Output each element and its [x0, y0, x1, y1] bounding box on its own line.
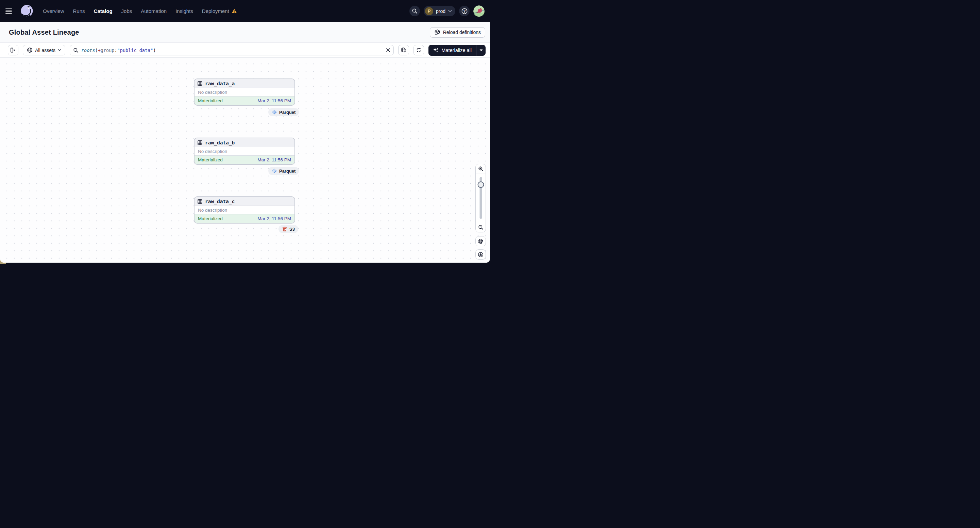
- materialization-timestamp[interactable]: Mar 2, 11:56 PM: [258, 157, 291, 162]
- materialization-timestamp[interactable]: Mar 2, 11:56 PM: [258, 98, 291, 103]
- zoom-in-button[interactable]: [476, 164, 485, 174]
- asset-node-raw-data-c[interactable]: raw_data_c No description Materialized M…: [194, 197, 295, 224]
- query-value: "public_data": [117, 48, 153, 53]
- nav-item-catalog[interactable]: Catalog: [94, 8, 113, 14]
- query-operator: +: [98, 48, 101, 53]
- graph-settings-button[interactable]: [476, 236, 486, 246]
- help-icon: ?: [461, 8, 468, 14]
- materialize-all-button[interactable]: Materialize all: [428, 45, 476, 56]
- materialize-options-button[interactable]: [476, 45, 485, 56]
- nav-item-runs[interactable]: Runs: [73, 8, 85, 14]
- table-icon: [197, 199, 202, 204]
- navbar-right: P prod ?: [409, 5, 485, 17]
- query-colon: :: [114, 48, 117, 53]
- asset-node-raw-data-a[interactable]: raw_data_a No description Materialized M…: [194, 78, 295, 106]
- asset-status-row: Materialized Mar 2, 11:56 PM: [194, 155, 294, 164]
- selection-query[interactable]: roots(+group:"public_data"): [81, 48, 383, 53]
- asset-node-header: raw_data_a: [194, 79, 294, 88]
- asset-description: No description: [194, 147, 294, 155]
- asset-name: raw_data_b: [205, 140, 235, 146]
- lineage-toolbar: All assets roots(+group:"public_data"): [0, 43, 490, 58]
- kind-tag-s3[interactable]: S3: [278, 225, 298, 233]
- reload-definitions-button[interactable]: Reload definitions: [430, 27, 485, 38]
- svg-text:?: ?: [463, 9, 465, 13]
- asset-node-header: raw_data_c: [194, 197, 294, 206]
- materialize-all-label: Materialize all: [441, 48, 472, 53]
- materialize-all-group: Materialize all: [428, 45, 485, 56]
- zoom-out-icon: [478, 225, 484, 230]
- env-badge: P: [425, 7, 433, 15]
- kind-tag-label: S3: [290, 227, 295, 232]
- globe-icon: [27, 47, 33, 53]
- search-button[interactable]: [409, 6, 420, 16]
- asset-status-row: Materialized Mar 2, 11:56 PM: [194, 97, 294, 105]
- chevron-down-icon: [448, 10, 452, 12]
- status-badge: Materialized: [198, 98, 223, 103]
- asset-node-header: raw_data_b: [194, 138, 294, 147]
- nav-item-automation[interactable]: Automation: [141, 8, 167, 14]
- page-title: Global Asset Lineage: [9, 29, 79, 36]
- table-icon: [197, 140, 202, 145]
- refresh-button[interactable]: [414, 45, 424, 55]
- status-badge: Materialized: [198, 216, 223, 221]
- search-icon: [73, 48, 78, 53]
- expand-scope-button[interactable]: [398, 45, 409, 55]
- parquet-icon: [272, 109, 277, 115]
- sparkles-icon: [433, 47, 439, 53]
- panel-expand-icon: [10, 47, 16, 53]
- globe-plus-icon: [401, 47, 407, 53]
- nav-item-jobs[interactable]: Jobs: [121, 8, 132, 14]
- asset-name: raw_data_c: [205, 199, 235, 204]
- search-icon: [412, 8, 418, 14]
- kind-tag-label: Parquet: [279, 110, 296, 115]
- query-key: group: [101, 48, 115, 53]
- asset-name: raw_data_a: [205, 81, 235, 86]
- asset-filter-dropdown[interactable]: All assets: [23, 45, 65, 55]
- asset-node-raw-data-b[interactable]: raw_data_b No description Materialized M…: [194, 138, 295, 165]
- parquet-icon: [272, 168, 277, 174]
- zoom-slider[interactable]: [476, 174, 485, 222]
- help-button[interactable]: ?: [459, 6, 469, 16]
- asset-description: No description: [194, 88, 294, 97]
- dagster-logo[interactable]: [20, 4, 34, 18]
- query-paren-close: ): [153, 48, 156, 53]
- zoom-slider-thumb[interactable]: [477, 181, 484, 188]
- download-image-button[interactable]: [476, 249, 486, 260]
- nav-item-overview[interactable]: Overview: [43, 8, 64, 14]
- zoom-in-icon: [478, 166, 484, 171]
- asset-selection-input[interactable]: roots(+group:"public_data"): [70, 45, 394, 55]
- gear-icon: [478, 238, 484, 244]
- status-badge: Materialized: [198, 157, 223, 162]
- table-icon: [197, 81, 202, 86]
- kind-tag-label: Parquet: [279, 168, 296, 174]
- refresh-icon: [416, 47, 422, 53]
- nav-item-insights[interactable]: Insights: [175, 8, 193, 14]
- asset-description: No description: [194, 206, 294, 214]
- env-name: prod: [436, 8, 445, 14]
- kind-tag-parquet[interactable]: Parquet: [268, 108, 299, 116]
- chevron-down-icon: [58, 49, 61, 51]
- top-navbar: Overview Runs Catalog Jobs Automation In…: [0, 0, 490, 22]
- page-header: Global Asset Lineage Reload definitions: [0, 22, 490, 43]
- lineage-graph-canvas[interactable]: raw_data_a No description Materialized M…: [0, 58, 490, 263]
- nav-item-deployment-wrap: Deployment: [202, 8, 237, 14]
- content-sheet: Global Asset Lineage Reload definitions: [0, 22, 490, 263]
- open-sidebar-button[interactable]: [8, 45, 18, 55]
- download-icon: [478, 252, 484, 258]
- materialization-timestamp[interactable]: Mar 2, 11:56 PM: [258, 216, 291, 221]
- zoom-out-button[interactable]: [476, 222, 485, 232]
- kind-tag-parquet[interactable]: Parquet: [268, 167, 299, 175]
- asset-filter-label: All assets: [35, 48, 56, 53]
- s3-icon: [282, 226, 287, 232]
- hamburger-menu-icon[interactable]: [5, 6, 15, 16]
- asset-status-row: Materialized Mar 2, 11:56 PM: [194, 214, 294, 223]
- user-avatar[interactable]: [473, 5, 485, 17]
- deployment-switcher[interactable]: P prod: [424, 6, 455, 16]
- caret-down-icon: [479, 49, 483, 51]
- nav-item-deployment[interactable]: Deployment: [202, 8, 229, 14]
- primary-nav: Overview Runs Catalog Jobs Automation In…: [43, 8, 237, 14]
- clear-query-button[interactable]: [386, 48, 390, 52]
- reload-definitions-label: Reload definitions: [443, 30, 481, 35]
- zoom-control-panel: [476, 164, 486, 232]
- cube-reload-icon: [434, 29, 441, 35]
